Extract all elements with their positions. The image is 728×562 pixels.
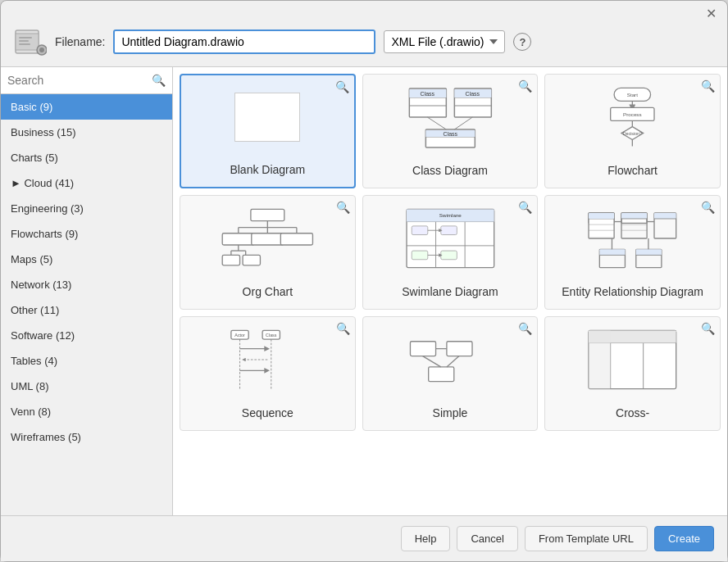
svg-line-21 [427, 117, 446, 129]
svg-rect-109 [589, 330, 611, 388]
template-label: Entity Relationship Diagram [555, 281, 710, 302]
sidebar-item-engineering[interactable]: Engineering (3) [1, 196, 172, 221]
template-swimlane[interactable]: 🔍 Swimlane [362, 195, 539, 310]
template-orgchart[interactable]: 🔍 [180, 195, 356, 310]
svg-line-103 [447, 356, 459, 366]
svg-text:Actor: Actor [234, 333, 245, 338]
template-sequence[interactable]: 🔍 Actor Class [180, 316, 356, 431]
help-icon: ? [519, 36, 526, 48]
svg-rect-57 [412, 251, 428, 260]
template-cross[interactable]: 🔍 Cross- [544, 316, 721, 431]
svg-text:Class: Class [266, 333, 277, 338]
templates-grid: 🔍 Blank Diagram 🔍 Class [173, 67, 727, 515]
sidebar-item-wireframes[interactable]: Wireframes (5) [1, 424, 172, 450]
sidebar-item-business[interactable]: Business (15) [1, 120, 172, 145]
title-bar: ✕ [1, 1, 727, 24]
flowchart-preview: Start Process Decision? [545, 75, 720, 160]
close-button[interactable]: ✕ [704, 7, 717, 20]
template-simple[interactable]: 🔍 Simple [362, 316, 539, 431]
filename-input[interactable] [113, 29, 375, 54]
template-label: Flowchart [601, 160, 664, 181]
svg-rect-32 [251, 209, 284, 220]
svg-rect-4 [19, 37, 32, 39]
svg-rect-5 [19, 40, 29, 42]
svg-rect-98 [410, 342, 435, 356]
cross-preview [545, 317, 720, 402]
search-box: 🔍 [1, 67, 172, 94]
template-class[interactable]: 🔍 Class Class [362, 74, 539, 188]
svg-line-102 [422, 356, 440, 366]
template-label: Cross- [609, 402, 656, 424]
template-blank[interactable]: 🔍 Blank Diagram [180, 74, 356, 188]
template-label: Swimlane Diagram [395, 281, 504, 302]
svg-rect-86 [636, 249, 662, 255]
svg-rect-38 [222, 233, 254, 245]
svg-text:Process: Process [623, 111, 641, 117]
erd-preview [545, 196, 720, 281]
svg-rect-45 [222, 255, 239, 265]
svg-rect-69 [589, 213, 614, 219]
filetype-select[interactable]: XML File (.drawio)SVG File (.svg)HTML Fi… [384, 30, 505, 53]
sidebar-item-software[interactable]: Software (12) [1, 323, 172, 348]
zoom-icon: 🔍 [518, 201, 532, 214]
orgchart-preview [180, 196, 355, 281]
svg-rect-62 [589, 219, 614, 224]
template-flowchart[interactable]: 🔍 Start Process Decision? [544, 74, 721, 188]
svg-rect-63 [589, 224, 614, 230]
svg-point-3 [39, 48, 44, 52]
footer: Help Cancel From Template URL Create [1, 515, 727, 561]
template-label: Class Diagram [406, 160, 494, 181]
sidebar-item-other[interactable]: Other (11) [1, 297, 172, 323]
sidebar-item-cloud[interactable]: ► Cloud (41) [1, 170, 172, 196]
file-icon [14, 27, 47, 57]
sidebar-item-charts[interactable]: Charts (5) [1, 145, 172, 170]
svg-rect-77 [654, 213, 676, 219]
sidebar: 🔍 Basic (9) Business (15) Charts (5) ► C… [1, 67, 173, 515]
zoom-icon: 🔍 [518, 322, 532, 335]
sidebar-item-uml[interactable]: UML (8) [1, 374, 172, 399]
header-help-button[interactable]: ? [513, 33, 531, 51]
svg-rect-6 [19, 43, 30, 45]
swimlane-preview: Swimlane [363, 196, 538, 281]
template-erd[interactable]: 🔍 [544, 195, 721, 310]
svg-text:Class: Class [420, 91, 435, 97]
template-label: Sequence [235, 402, 300, 424]
simple-preview [363, 317, 538, 402]
svg-rect-100 [428, 367, 453, 382]
close-icon: ✕ [706, 7, 717, 20]
svg-text:Swimlane: Swimlane [439, 212, 462, 218]
help-button[interactable]: Help [401, 526, 451, 551]
sidebar-item-basic[interactable]: Basic (9) [1, 94, 172, 120]
svg-rect-40 [280, 233, 312, 245]
dialog: ✕ Filename: XML File (.drawio)SVG File (… [0, 0, 728, 562]
zoom-icon: 🔍 [518, 79, 532, 93]
header-row: Filename: XML File (.drawio)SVG File (.s… [1, 24, 727, 66]
svg-rect-82 [600, 249, 626, 255]
svg-rect-39 [252, 233, 284, 245]
blank-preview [181, 75, 354, 159]
svg-text:Class: Class [465, 91, 480, 97]
cancel-button[interactable]: Cancel [457, 526, 517, 551]
sidebar-item-tables[interactable]: Tables (4) [1, 348, 172, 374]
svg-rect-58 [440, 251, 457, 260]
search-input[interactable] [7, 74, 152, 87]
zoom-icon: 🔍 [336, 322, 350, 335]
sidebar-item-maps[interactable]: Maps (5) [1, 247, 172, 272]
svg-rect-54 [412, 226, 428, 235]
create-button[interactable]: Create [654, 526, 714, 551]
sidebar-item-venn[interactable]: Venn (8) [1, 399, 172, 424]
template-url-button[interactable]: From Template URL [525, 526, 648, 551]
svg-text:Class: Class [443, 131, 457, 137]
class-preview: Class Class Class [363, 75, 538, 160]
zoom-icon: 🔍 [335, 80, 349, 93]
sidebar-item-flowcharts[interactable]: Flowcharts (9) [1, 221, 172, 247]
filename-label: Filename: [55, 35, 105, 48]
content-area: 🔍 Basic (9) Business (15) Charts (5) ► C… [1, 66, 727, 515]
template-label: Simple [426, 402, 475, 424]
sidebar-item-network[interactable]: Network (13) [1, 272, 172, 297]
zoom-icon: 🔍 [701, 201, 715, 214]
svg-rect-72 [621, 213, 647, 219]
svg-rect-46 [243, 255, 260, 265]
sequence-preview: Actor Class [180, 317, 355, 402]
zoom-icon: 🔍 [336, 201, 350, 214]
